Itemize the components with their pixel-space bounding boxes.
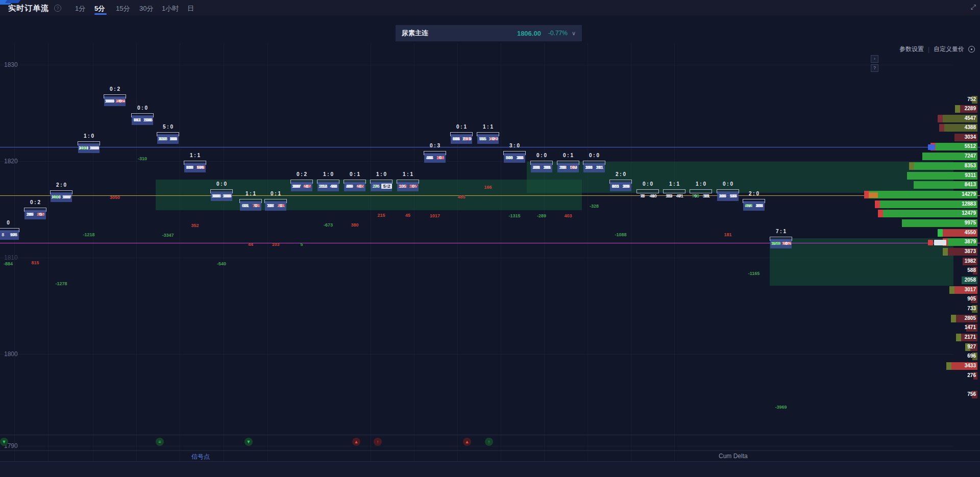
footprint-column[interactable]: 060178271747588970 xyxy=(264,199,287,203)
footprint-cell: 4 xyxy=(514,155,525,160)
footprint-cell: 8 xyxy=(24,212,35,217)
volume-profile-value: 2058 xyxy=(965,277,976,283)
gridline-horizontal xyxy=(0,65,953,65)
volume-profile-segment xyxy=(939,124,944,132)
footprint-column[interactable]: 032772412721954283542340 xyxy=(530,161,553,165)
footprint-row: 5404 xyxy=(504,153,525,163)
volume-profile-value: 2805 xyxy=(965,315,976,321)
footprint-column[interactable]: 060696112468173297130 xyxy=(131,113,154,117)
footprint-column[interactable]: 0233343876012048331661030 xyxy=(609,180,632,184)
footprint-row: 5300 xyxy=(157,134,179,144)
footprint-row: 790 xyxy=(424,153,446,163)
volume-profile-value: 12479 xyxy=(962,210,976,216)
footprint-row: 150 xyxy=(664,191,685,201)
footprint-delta-footer: 3050 xyxy=(100,195,130,200)
footprint-chart[interactable]: 017890680-8840 : 20158205800237250118175… xyxy=(0,0,980,477)
footprint-imbalance-header: 2 : 0 xyxy=(739,191,769,196)
footprint-cell: 713 xyxy=(132,117,142,122)
signal-marker[interactable]: ▲ xyxy=(352,438,360,446)
footprint-delta-footer: -328 xyxy=(579,204,609,209)
footprint-delta-footer: -3347 xyxy=(153,233,183,238)
footprint-column[interactable]: 17890680 xyxy=(0,228,19,232)
footprint-row: 7130 xyxy=(132,115,153,125)
footprint-column[interactable]: 0752107312161095284612099725409204551781… xyxy=(104,94,126,98)
footprint-row: 193360 xyxy=(78,143,100,153)
footprint-cell: 0 xyxy=(8,232,19,237)
footprint-cell: 105 xyxy=(397,184,408,189)
footprint-column[interactable]: 97167109662438280850 xyxy=(344,180,366,184)
footprint-column[interactable]: 01173265882051741670 xyxy=(717,189,739,193)
volume-profile-value: 3433 xyxy=(965,363,976,368)
footprint-column[interactable]: 051171429755102055515250 xyxy=(477,132,499,136)
footprint-delta-footer: 380 xyxy=(339,222,370,228)
footprint-column[interactable]: 070224692491106171643062045404 xyxy=(503,151,526,155)
footprint-delta-footer: 1017 xyxy=(420,213,450,218)
gridline-vertical xyxy=(371,43,371,461)
footprint-delta-footer: -1088 xyxy=(605,232,636,237)
footprint-column[interactable]: 018748381 xyxy=(690,189,712,193)
footprint-cell: 232 xyxy=(317,184,328,189)
gridline-vertical xyxy=(180,43,180,461)
volume-profile-value: 9311 xyxy=(965,172,976,178)
footprint-imbalance-header: 0 : 2 xyxy=(286,171,317,177)
footprint-cell: 234 xyxy=(531,165,542,170)
price-level-line xyxy=(0,147,980,147)
footprint-cell: 0 xyxy=(621,184,631,189)
gridline-vertical xyxy=(674,43,675,461)
gridline-vertical xyxy=(414,43,414,461)
footprint-cell: 6 xyxy=(557,165,568,170)
volume-profile-segment xyxy=(875,200,880,208)
footprint-imbalance-header: 0 : 2 xyxy=(100,86,130,92)
price-axis-label: 1820 xyxy=(4,158,18,165)
footprint-column[interactable]: 057336704601168360 xyxy=(239,199,262,203)
volume-profile-value: 3879 xyxy=(965,239,976,244)
footprint-imbalance-header: 0 : 3 xyxy=(420,143,450,148)
footprint-column[interactable]: 0410780 xyxy=(636,189,659,193)
footprint-imbalance-header: 1 : 1 xyxy=(473,124,503,130)
price-axis-label: 1800 xyxy=(4,350,18,358)
value-area-zone xyxy=(770,238,953,286)
footprint-delta-footer: 485 xyxy=(446,194,477,199)
volume-profile-value: 14279 xyxy=(962,191,976,197)
signal-marker[interactable]: ↑ xyxy=(374,438,382,446)
footprint-cell: 0 xyxy=(408,184,419,189)
footprint-cell: 59 xyxy=(291,184,302,189)
footprint-column[interactable]: 2831813462111542011380 xyxy=(583,161,605,165)
footprint-column[interactable]: 3924244210446350757520122304204461305892… xyxy=(157,132,179,136)
gridline-vertical xyxy=(267,43,268,461)
footprint-column[interactable]: 015161731385702526760 xyxy=(557,161,579,165)
footprint-row: 1380 xyxy=(583,163,605,172)
footprint-cell: 8 xyxy=(0,232,8,237)
footprint-column[interactable]: 113471150 xyxy=(663,189,685,193)
footprint-column[interactable]: 015820580023725011817580 xyxy=(24,208,46,212)
footprint-cell: 448 xyxy=(211,193,222,198)
footprint-cell: 756 xyxy=(770,241,781,246)
footprint-row: 4480 xyxy=(211,191,232,201)
footprint-imbalance-header: 1 : 0 xyxy=(313,171,344,177)
footprint-column[interactable]: 4532505511978205513401617200920891840207… xyxy=(78,141,100,145)
footprint-imbalance-header: 0 : 0 xyxy=(579,153,609,158)
footprint-column[interactable]: 022725422760 xyxy=(370,180,393,184)
footprint-column[interactable]: 0954507645715176312127678217921225744161… xyxy=(770,237,792,241)
footprint-column[interactable]: 013674362231367473610102465766370 xyxy=(184,161,206,165)
footprint-column[interactable]: 09833445311144542320 xyxy=(317,180,339,184)
footprint-column[interactable]: 01292334094696701785871137276590 xyxy=(290,180,313,184)
footprint-column[interactable]: 0305110210171050 xyxy=(397,180,419,184)
footprint-cell: 100 xyxy=(51,194,61,199)
footprint-delta-footer: -540 xyxy=(206,261,237,266)
footprint-column[interactable]: 0203246388567793651115813783803711994480 xyxy=(210,189,233,193)
footprint-cell: 637 xyxy=(184,165,195,170)
signal-marker[interactable]: ↑ xyxy=(485,438,493,446)
signal-marker[interactable]: ▲ xyxy=(463,438,471,446)
footprint-imbalance-header: 0 : 0 xyxy=(526,153,557,158)
signal-marker[interactable]: ▼ xyxy=(244,438,253,446)
footprint-column[interactable]: 0894749401323101787738624731641621644353… xyxy=(50,190,72,194)
footprint-column[interactable]: 028611814405000302434416790 xyxy=(424,151,446,155)
footprint-cell: 78 xyxy=(637,193,648,198)
footprint-delta-footer: -1315 xyxy=(499,213,530,218)
signal-marker[interactable]: ▼ xyxy=(0,438,8,446)
footprint-column[interactable]: 0273532374353054512021254356001665730 xyxy=(743,199,765,203)
footprint-column[interactable]: 09622149355412095095406154930 xyxy=(450,132,473,136)
time-axis[interactable] xyxy=(0,461,980,477)
signal-marker[interactable]: ≡ xyxy=(156,438,164,446)
